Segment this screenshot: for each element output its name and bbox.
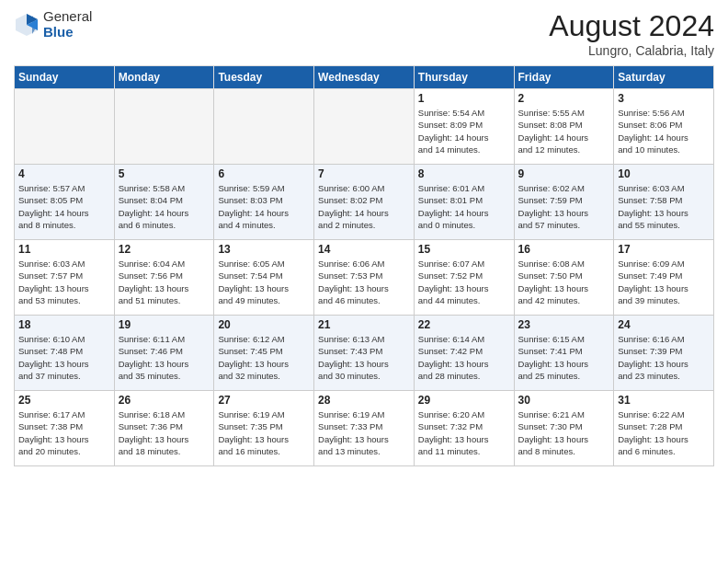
table-row: 2Sunrise: 5:55 AM Sunset: 8:08 PM Daylig… [514, 89, 614, 165]
table-row: 13Sunrise: 6:05 AM Sunset: 7:54 PM Dayli… [214, 240, 314, 316]
logo-general-text: General [43, 9, 92, 25]
calendar-week-row: 25Sunrise: 6:17 AM Sunset: 7:38 PM Dayli… [15, 391, 714, 466]
day-number: 3 [618, 92, 710, 105]
table-row: 11Sunrise: 6:03 AM Sunset: 7:57 PM Dayli… [15, 240, 115, 316]
logo-blue-text: Blue [43, 25, 92, 40]
table-row [114, 89, 214, 165]
day-info: Sunrise: 6:03 AM Sunset: 7:57 PM Dayligh… [18, 258, 110, 306]
day-info: Sunrise: 6:21 AM Sunset: 7:30 PM Dayligh… [518, 408, 610, 457]
col-sunday: Sunday [15, 66, 115, 89]
table-row: 7Sunrise: 6:00 AM Sunset: 8:02 PM Daylig… [314, 165, 415, 240]
day-info: Sunrise: 6:05 AM Sunset: 7:54 PM Dayligh… [218, 258, 310, 306]
day-info: Sunrise: 6:08 AM Sunset: 7:50 PM Dayligh… [518, 258, 610, 306]
day-info: Sunrise: 6:22 AM Sunset: 7:28 PM Dayligh… [618, 408, 710, 457]
table-row: 26Sunrise: 6:18 AM Sunset: 7:36 PM Dayli… [114, 391, 214, 466]
day-number: 19 [119, 318, 210, 331]
day-number: 29 [418, 394, 510, 407]
day-info: Sunrise: 5:59 AM Sunset: 8:03 PM Dayligh… [218, 182, 310, 231]
table-row: 17Sunrise: 6:09 AM Sunset: 7:49 PM Dayli… [614, 240, 714, 316]
table-row: 18Sunrise: 6:10 AM Sunset: 7:48 PM Dayli… [15, 316, 115, 391]
day-info: Sunrise: 6:10 AM Sunset: 7:48 PM Dayligh… [18, 333, 110, 382]
day-number: 16 [518, 243, 610, 256]
day-number: 4 [18, 167, 110, 180]
calendar-week-row: 1Sunrise: 5:54 AM Sunset: 8:09 PM Daylig… [15, 89, 714, 165]
day-number: 15 [418, 243, 510, 256]
logo-icon [14, 12, 40, 38]
calendar-week-row: 18Sunrise: 6:10 AM Sunset: 7:48 PM Dayli… [15, 316, 714, 391]
day-number: 31 [618, 394, 710, 407]
logo: General Blue [14, 9, 92, 40]
day-info: Sunrise: 6:04 AM Sunset: 7:56 PM Dayligh… [119, 258, 210, 306]
day-number: 12 [119, 243, 210, 256]
day-info: Sunrise: 6:14 AM Sunset: 7:42 PM Dayligh… [418, 333, 510, 382]
table-row: 31Sunrise: 6:22 AM Sunset: 7:28 PM Dayli… [614, 391, 714, 466]
table-row: 21Sunrise: 6:13 AM Sunset: 7:43 PM Dayli… [314, 316, 415, 391]
table-row [15, 89, 115, 165]
day-info: Sunrise: 5:56 AM Sunset: 8:06 PM Dayligh… [618, 107, 710, 155]
col-thursday: Thursday [414, 66, 514, 89]
day-info: Sunrise: 6:06 AM Sunset: 7:53 PM Dayligh… [318, 258, 410, 306]
day-info: Sunrise: 6:11 AM Sunset: 7:46 PM Dayligh… [119, 333, 210, 382]
table-row: 15Sunrise: 6:07 AM Sunset: 7:52 PM Dayli… [414, 240, 514, 316]
calendar: Sunday Monday Tuesday Wednesday Thursday… [14, 65, 714, 466]
day-number: 13 [218, 243, 310, 256]
table-row: 12Sunrise: 6:04 AM Sunset: 7:56 PM Dayli… [114, 240, 214, 316]
day-number: 6 [218, 167, 310, 180]
day-info: Sunrise: 6:19 AM Sunset: 7:35 PM Dayligh… [218, 408, 310, 457]
day-number: 18 [18, 318, 110, 331]
table-row: 24Sunrise: 6:16 AM Sunset: 7:39 PM Dayli… [614, 316, 714, 391]
calendar-week-row: 4Sunrise: 5:57 AM Sunset: 8:05 PM Daylig… [15, 165, 714, 240]
table-row: 19Sunrise: 6:11 AM Sunset: 7:46 PM Dayli… [114, 316, 214, 391]
day-number: 10 [618, 167, 710, 180]
table-row [214, 89, 314, 165]
day-number: 23 [518, 318, 610, 331]
table-row: 8Sunrise: 6:01 AM Sunset: 8:01 PM Daylig… [414, 165, 514, 240]
day-number: 2 [518, 92, 610, 105]
day-info: Sunrise: 6:00 AM Sunset: 8:02 PM Dayligh… [318, 182, 410, 231]
day-info: Sunrise: 6:19 AM Sunset: 7:33 PM Dayligh… [318, 408, 410, 457]
day-number: 17 [618, 243, 710, 256]
col-monday: Monday [114, 66, 214, 89]
table-row: 23Sunrise: 6:15 AM Sunset: 7:41 PM Dayli… [514, 316, 614, 391]
day-number: 28 [318, 394, 410, 407]
table-row: 29Sunrise: 6:20 AM Sunset: 7:32 PM Dayli… [414, 391, 514, 466]
table-row: 1Sunrise: 5:54 AM Sunset: 8:09 PM Daylig… [414, 89, 514, 165]
table-row: 6Sunrise: 5:59 AM Sunset: 8:03 PM Daylig… [214, 165, 314, 240]
title-area: August 2024 Lungro, Calabria, Italy [549, 9, 714, 58]
day-info: Sunrise: 6:03 AM Sunset: 7:58 PM Dayligh… [618, 182, 710, 231]
day-info: Sunrise: 6:01 AM Sunset: 8:01 PM Dayligh… [418, 182, 510, 231]
day-info: Sunrise: 5:58 AM Sunset: 8:04 PM Dayligh… [119, 182, 210, 231]
day-info: Sunrise: 6:13 AM Sunset: 7:43 PM Dayligh… [318, 333, 410, 382]
table-row: 30Sunrise: 6:21 AM Sunset: 7:30 PM Dayli… [514, 391, 614, 466]
day-info: Sunrise: 5:57 AM Sunset: 8:05 PM Dayligh… [18, 182, 110, 231]
day-number: 9 [518, 167, 610, 180]
day-info: Sunrise: 6:07 AM Sunset: 7:52 PM Dayligh… [418, 258, 510, 306]
day-number: 22 [418, 318, 510, 331]
month-title: August 2024 [549, 9, 714, 43]
day-number: 7 [318, 167, 410, 180]
day-number: 5 [119, 167, 210, 180]
day-number: 20 [218, 318, 310, 331]
day-info: Sunrise: 6:20 AM Sunset: 7:32 PM Dayligh… [418, 408, 510, 457]
day-info: Sunrise: 5:55 AM Sunset: 8:08 PM Dayligh… [518, 107, 610, 155]
header: General Blue August 2024 Lungro, Calabri… [14, 9, 714, 58]
col-saturday: Saturday [614, 66, 714, 89]
table-row: 22Sunrise: 6:14 AM Sunset: 7:42 PM Dayli… [414, 316, 514, 391]
day-info: Sunrise: 6:16 AM Sunset: 7:39 PM Dayligh… [618, 333, 710, 382]
day-number: 24 [618, 318, 710, 331]
table-row: 5Sunrise: 5:58 AM Sunset: 8:04 PM Daylig… [114, 165, 214, 240]
table-row: 20Sunrise: 6:12 AM Sunset: 7:45 PM Dayli… [214, 316, 314, 391]
page: General Blue August 2024 Lungro, Calabri… [0, 0, 728, 563]
day-number: 1 [418, 92, 510, 105]
calendar-week-row: 11Sunrise: 6:03 AM Sunset: 7:57 PM Dayli… [15, 240, 714, 316]
day-info: Sunrise: 5:54 AM Sunset: 8:09 PM Dayligh… [418, 107, 510, 155]
col-wednesday: Wednesday [314, 66, 415, 89]
day-number: 21 [318, 318, 410, 331]
table-row: 9Sunrise: 6:02 AM Sunset: 7:59 PM Daylig… [514, 165, 614, 240]
table-row: 3Sunrise: 5:56 AM Sunset: 8:06 PM Daylig… [614, 89, 714, 165]
table-row: 14Sunrise: 6:06 AM Sunset: 7:53 PM Dayli… [314, 240, 415, 316]
logo-text: General Blue [43, 9, 92, 40]
day-info: Sunrise: 6:02 AM Sunset: 7:59 PM Dayligh… [518, 182, 610, 231]
day-number: 11 [18, 243, 110, 256]
day-info: Sunrise: 6:15 AM Sunset: 7:41 PM Dayligh… [518, 333, 610, 382]
